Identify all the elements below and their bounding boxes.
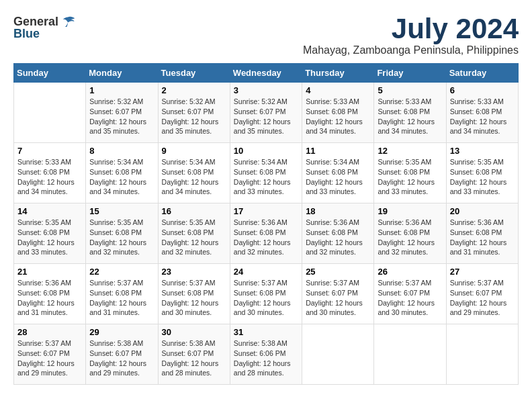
day-info: Sunrise: 5:37 AMSunset: 6:08 PMDaylight:… — [234, 278, 298, 318]
calendar-cell: 12Sunrise: 5:35 AMSunset: 6:08 PMDayligh… — [374, 143, 446, 203]
day-number: 22 — [89, 267, 154, 277]
day-number: 19 — [378, 206, 442, 216]
day-info: Sunrise: 5:34 AMSunset: 6:08 PMDaylight:… — [162, 157, 226, 197]
calendar-cell: 11Sunrise: 5:34 AMSunset: 6:08 PMDayligh… — [302, 143, 374, 203]
day-number: 29 — [89, 327, 154, 337]
day-info: Sunrise: 5:33 AMSunset: 6:08 PMDaylight:… — [17, 157, 82, 197]
day-info: Sunrise: 5:37 AMSunset: 6:08 PMDaylight:… — [162, 278, 226, 318]
calendar-cell: 19Sunrise: 5:36 AMSunset: 6:08 PMDayligh… — [374, 203, 446, 264]
day-info: Sunrise: 5:37 AMSunset: 6:07 PMDaylight:… — [378, 278, 442, 318]
month-title: July 2024 — [303, 13, 519, 44]
day-number: 6 — [450, 85, 515, 95]
week-row-3: 14Sunrise: 5:35 AMSunset: 6:08 PMDayligh… — [14, 203, 519, 264]
calendar-cell: 13Sunrise: 5:35 AMSunset: 6:08 PMDayligh… — [446, 143, 518, 203]
day-number: 20 — [450, 206, 515, 216]
calendar-table: SundayMondayTuesdayWednesdayThursdayFrid… — [13, 63, 519, 385]
day-info: Sunrise: 5:36 AMSunset: 6:08 PMDaylight:… — [306, 218, 370, 257]
day-number: 15 — [89, 206, 154, 216]
calendar-cell: 8Sunrise: 5:34 AMSunset: 6:08 PMDaylight… — [86, 143, 158, 203]
calendar-cell — [14, 83, 86, 143]
calendar-cell: 14Sunrise: 5:35 AMSunset: 6:08 PMDayligh… — [14, 203, 86, 264]
header-friday: Friday — [374, 64, 446, 83]
header-tuesday: Tuesday — [158, 64, 230, 83]
calendar-cell — [374, 324, 446, 385]
day-info: Sunrise: 5:32 AMSunset: 6:07 PMDaylight:… — [162, 97, 226, 136]
header-monday: Monday — [86, 64, 158, 83]
calendar-cell: 23Sunrise: 5:37 AMSunset: 6:08 PMDayligh… — [158, 264, 230, 324]
calendar-cell: 10Sunrise: 5:34 AMSunset: 6:08 PMDayligh… — [230, 143, 302, 203]
day-number: 5 — [378, 85, 442, 95]
day-number: 28 — [17, 327, 82, 337]
day-info: Sunrise: 5:36 AMSunset: 6:08 PMDaylight:… — [234, 218, 298, 257]
day-number: 14 — [17, 206, 82, 216]
day-info: Sunrise: 5:36 AMSunset: 6:08 PMDaylight:… — [450, 218, 515, 257]
day-info: Sunrise: 5:37 AMSunset: 6:07 PMDaylight:… — [306, 278, 370, 318]
day-info: Sunrise: 5:37 AMSunset: 6:07 PMDaylight:… — [17, 338, 82, 378]
calendar-cell: 3Sunrise: 5:32 AMSunset: 6:07 PMDaylight… — [230, 83, 302, 143]
day-number: 23 — [162, 267, 226, 277]
calendar-cell: 18Sunrise: 5:36 AMSunset: 6:08 PMDayligh… — [302, 203, 374, 264]
calendar-cell: 17Sunrise: 5:36 AMSunset: 6:08 PMDayligh… — [230, 203, 302, 264]
day-info: Sunrise: 5:35 AMSunset: 6:08 PMDaylight:… — [378, 157, 442, 197]
day-number: 8 — [89, 146, 154, 156]
day-number: 7 — [17, 146, 82, 156]
day-number: 25 — [306, 267, 370, 277]
day-info: Sunrise: 5:35 AMSunset: 6:08 PMDaylight:… — [162, 218, 226, 257]
calendar-cell: 5Sunrise: 5:33 AMSunset: 6:08 PMDaylight… — [374, 83, 446, 143]
calendar-cell: 1Sunrise: 5:32 AMSunset: 6:07 PMDaylight… — [86, 83, 158, 143]
calendar-cell: 30Sunrise: 5:38 AMSunset: 6:07 PMDayligh… — [158, 324, 230, 385]
day-info: Sunrise: 5:33 AMSunset: 6:08 PMDaylight:… — [306, 97, 370, 136]
day-number: 12 — [378, 146, 442, 156]
day-number: 1 — [89, 85, 154, 95]
day-number: 11 — [306, 146, 370, 156]
day-info: Sunrise: 5:36 AMSunset: 6:08 PMDaylight:… — [378, 218, 442, 257]
day-number: 26 — [378, 267, 442, 277]
calendar-cell: 2Sunrise: 5:32 AMSunset: 6:07 PMDaylight… — [158, 83, 230, 143]
header-thursday: Thursday — [302, 64, 374, 83]
calendar-cell: 28Sunrise: 5:37 AMSunset: 6:07 PMDayligh… — [14, 324, 86, 385]
page-header: General Blue July 2024 Mahayag, Zamboang… — [13, 13, 519, 56]
week-row-5: 28Sunrise: 5:37 AMSunset: 6:07 PMDayligh… — [14, 324, 519, 385]
week-row-4: 21Sunrise: 5:36 AMSunset: 6:08 PMDayligh… — [14, 264, 519, 324]
logo: General Blue — [13, 13, 76, 41]
day-info: Sunrise: 5:34 AMSunset: 6:08 PMDaylight:… — [306, 157, 370, 197]
day-info: Sunrise: 5:38 AMSunset: 6:07 PMDaylight:… — [162, 338, 226, 378]
day-number: 13 — [450, 146, 515, 156]
day-number: 10 — [234, 146, 298, 156]
day-info: Sunrise: 5:33 AMSunset: 6:08 PMDaylight:… — [378, 97, 442, 136]
day-number: 16 — [162, 206, 226, 216]
calendar-cell: 15Sunrise: 5:35 AMSunset: 6:08 PMDayligh… — [86, 203, 158, 264]
day-number: 18 — [306, 206, 370, 216]
day-number: 17 — [234, 206, 298, 216]
day-info: Sunrise: 5:37 AMSunset: 6:08 PMDaylight:… — [89, 278, 154, 318]
day-number: 3 — [234, 85, 298, 95]
calendar-cell: 27Sunrise: 5:37 AMSunset: 6:07 PMDayligh… — [446, 264, 518, 324]
day-info: Sunrise: 5:34 AMSunset: 6:08 PMDaylight:… — [234, 157, 298, 197]
location: Mahayag, Zamboanga Peninsula, Philippine… — [303, 44, 519, 56]
calendar-cell: 25Sunrise: 5:37 AMSunset: 6:07 PMDayligh… — [302, 264, 374, 324]
calendar-cell: 16Sunrise: 5:35 AMSunset: 6:08 PMDayligh… — [158, 203, 230, 264]
logo-bird-icon — [60, 13, 76, 30]
title-section: July 2024 Mahayag, Zamboanga Peninsula, … — [303, 13, 519, 56]
day-number: 9 — [162, 146, 226, 156]
calendar-cell — [446, 324, 518, 385]
day-info: Sunrise: 5:35 AMSunset: 6:08 PMDaylight:… — [17, 218, 82, 257]
day-number: 21 — [17, 267, 82, 277]
calendar-cell: 6Sunrise: 5:33 AMSunset: 6:08 PMDaylight… — [446, 83, 518, 143]
day-number: 30 — [162, 327, 226, 337]
calendar-cell: 4Sunrise: 5:33 AMSunset: 6:08 PMDaylight… — [302, 83, 374, 143]
calendar-cell: 29Sunrise: 5:38 AMSunset: 6:07 PMDayligh… — [86, 324, 158, 385]
calendar-cell: 24Sunrise: 5:37 AMSunset: 6:08 PMDayligh… — [230, 264, 302, 324]
day-info: Sunrise: 5:38 AMSunset: 6:06 PMDaylight:… — [234, 338, 298, 378]
calendar-cell: 22Sunrise: 5:37 AMSunset: 6:08 PMDayligh… — [86, 264, 158, 324]
day-number: 2 — [162, 85, 226, 95]
day-number: 4 — [306, 85, 370, 95]
header-wednesday: Wednesday — [230, 64, 302, 83]
calendar-cell — [302, 324, 374, 385]
logo-blue-text: Blue — [13, 27, 40, 41]
day-number: 31 — [234, 327, 298, 337]
day-info: Sunrise: 5:35 AMSunset: 6:08 PMDaylight:… — [89, 218, 154, 257]
calendar-cell: 26Sunrise: 5:37 AMSunset: 6:07 PMDayligh… — [374, 264, 446, 324]
day-info: Sunrise: 5:33 AMSunset: 6:08 PMDaylight:… — [450, 97, 515, 136]
day-info: Sunrise: 5:32 AMSunset: 6:07 PMDaylight:… — [234, 97, 298, 136]
